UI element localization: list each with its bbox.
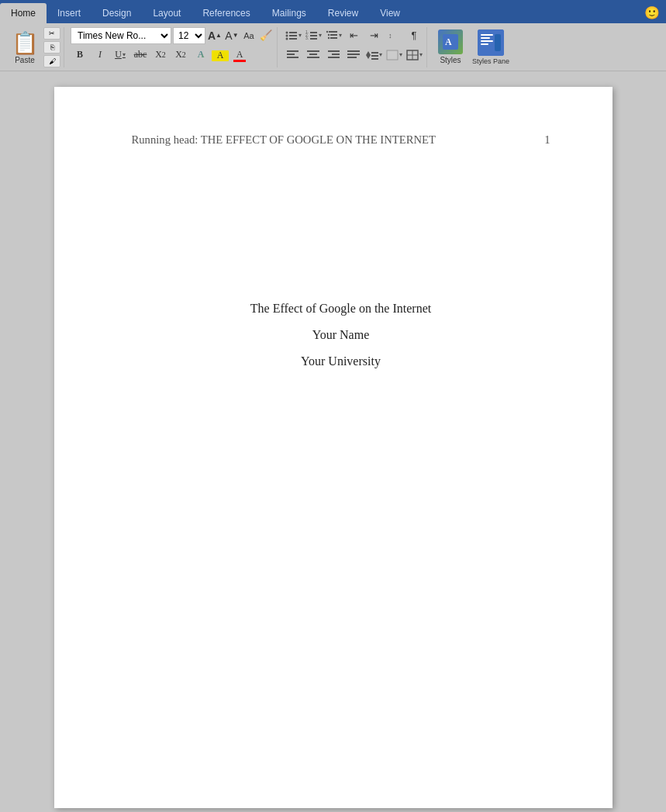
paste-label: Paste	[15, 56, 35, 64]
tab-references[interactable]: References	[192, 3, 261, 23]
svg-text:A: A	[445, 36, 452, 47]
svg-rect-20	[287, 54, 295, 55]
document-area: Running head: THE EFFECT OF GOOGLE ON TH…	[0, 71, 666, 812]
svg-rect-3	[289, 35, 297, 36]
styles-pane-label: Styles Pane	[472, 57, 509, 65]
underline-button[interactable]: U ▾	[111, 47, 129, 64]
decrease-indent-button[interactable]: ⇤	[344, 27, 363, 44]
svg-text:3.: 3.	[305, 36, 309, 40]
svg-point-16	[327, 36, 329, 38]
svg-point-14	[327, 33, 329, 35]
decrease-font-button[interactable]: A▼	[224, 28, 240, 43]
underline-dropdown-icon: ▾	[123, 51, 126, 58]
document-page[interactable]: Running head: THE EFFECT OF GOOGLE ON TH…	[54, 87, 613, 808]
svg-text:↕: ↕	[388, 32, 392, 40]
svg-rect-41	[481, 34, 493, 36]
clear-format-button[interactable]: 🧹	[258, 28, 274, 43]
svg-rect-33	[371, 58, 378, 60]
svg-rect-9	[310, 35, 317, 36]
line-spacing-button[interactable]: ▾	[364, 47, 383, 64]
paste-button[interactable]: 📋 Paste	[8, 27, 42, 67]
tab-review[interactable]: Review	[317, 3, 369, 23]
align-left-button[interactable]	[284, 47, 302, 64]
svg-rect-32	[371, 55, 378, 57]
svg-rect-45	[495, 34, 501, 51]
borders-dropdown-icon: ▾	[419, 51, 423, 58]
align-center-button[interactable]	[304, 47, 323, 64]
paste-icon: 📋	[12, 30, 39, 56]
sort-button[interactable]: ↕	[385, 27, 403, 44]
svg-rect-15	[330, 34, 337, 36]
tab-design[interactable]: Design	[91, 3, 142, 23]
svg-rect-30	[347, 57, 357, 58]
page-number: 1	[544, 133, 550, 147]
paragraph-group: ▾ 1.2.3. ▾ ▾ ⇤ ⇥ ↕ ¶	[281, 27, 427, 67]
cut-button[interactable]: ✂	[43, 27, 60, 40]
clipboard-group: 📋 Paste ✂ ⎘ 🖌	[5, 27, 64, 67]
styles-pane-icon	[478, 29, 504, 56]
strikethrough-button[interactable]: abc	[131, 47, 150, 64]
running-head: Running head: THE EFFECT OF GOOGLE ON TH…	[132, 133, 436, 147]
tab-layout[interactable]: Layout	[142, 3, 192, 23]
svg-rect-42	[481, 37, 490, 39]
styles-button[interactable]: A Styles	[433, 27, 468, 67]
format-row: B I U ▾ abc X2 X2 A A A	[71, 47, 249, 64]
svg-rect-43	[481, 40, 493, 42]
font-family-select[interactable]: Times New Ro...	[71, 27, 171, 44]
subscript-button[interactable]: X2	[151, 47, 170, 64]
svg-point-12	[326, 30, 327, 32]
show-paragraph-button[interactable]: ¶	[405, 27, 423, 44]
increase-indent-button[interactable]: ⇥	[364, 27, 383, 44]
svg-rect-23	[309, 54, 317, 55]
svg-rect-25	[328, 50, 340, 52]
svg-rect-27	[328, 57, 340, 58]
multilevel-list-button[interactable]: ▾	[324, 27, 343, 44]
multilevel-dropdown-icon: ▾	[339, 32, 342, 39]
highlight-button[interactable]: A	[212, 50, 229, 61]
align-row: ▾ ▾ ▾	[284, 47, 423, 64]
increase-font-button[interactable]: A▲	[207, 28, 223, 43]
svg-point-2	[285, 34, 288, 36]
align-right-button[interactable]	[324, 47, 343, 64]
smiley-button[interactable]: 🙂	[638, 2, 666, 23]
page-content: The Effect of Google on the Internet You…	[132, 302, 550, 368]
svg-rect-34	[387, 50, 398, 60]
svg-rect-24	[307, 57, 319, 58]
svg-rect-28	[347, 50, 360, 52]
styles-icon: A	[438, 29, 463, 54]
list-row: ▾ 1.2.3. ▾ ▾ ⇤ ⇥ ↕ ¶	[284, 27, 423, 44]
page-header: Running head: THE EFFECT OF GOOGLE ON TH…	[132, 133, 550, 147]
superscript-button[interactable]: X2	[171, 47, 190, 64]
svg-rect-7	[310, 32, 317, 33]
svg-rect-22	[307, 50, 319, 52]
borders-button[interactable]: ▾	[405, 47, 423, 64]
numbering-button[interactable]: 1.2.3. ▾	[304, 27, 323, 44]
bullets-dropdown-icon: ▾	[298, 32, 302, 39]
ribbon: 📋 Paste ✂ ⎘ 🖌 Times New Ro... 12 A▲ A▼ A…	[0, 23, 666, 71]
svg-rect-5	[289, 38, 297, 40]
svg-rect-26	[332, 54, 340, 55]
font-size-select[interactable]: 12	[173, 27, 205, 44]
justify-button[interactable]	[344, 47, 363, 64]
tab-home[interactable]: Home	[0, 3, 47, 23]
numbering-dropdown-icon: ▾	[319, 32, 322, 39]
italic-button[interactable]: I	[91, 47, 109, 64]
svg-point-4	[285, 37, 288, 40]
document-title: The Effect of Google on the Internet	[250, 302, 431, 316]
svg-rect-1	[289, 32, 297, 33]
copy-button[interactable]: ⎘	[43, 41, 60, 54]
change-case-button[interactable]: Aa	[241, 28, 257, 43]
shading-button[interactable]: ▾	[385, 47, 403, 64]
tab-bar: Home Insert Design Layout References Mai…	[0, 0, 666, 23]
tab-mailings[interactable]: Mailings	[261, 3, 317, 23]
tab-view[interactable]: View	[369, 3, 411, 23]
format-painter-button[interactable]: 🖌	[43, 55, 60, 67]
styles-label: Styles	[440, 56, 461, 64]
bold-button[interactable]: B	[71, 47, 89, 64]
svg-rect-31	[371, 52, 378, 54]
font-color-button[interactable]: A	[230, 47, 249, 64]
styles-pane-button[interactable]: Styles Pane	[471, 27, 511, 67]
text-effects-button[interactable]: A	[192, 47, 210, 64]
tab-insert[interactable]: Insert	[47, 3, 91, 23]
bullets-button[interactable]: ▾	[284, 27, 302, 44]
